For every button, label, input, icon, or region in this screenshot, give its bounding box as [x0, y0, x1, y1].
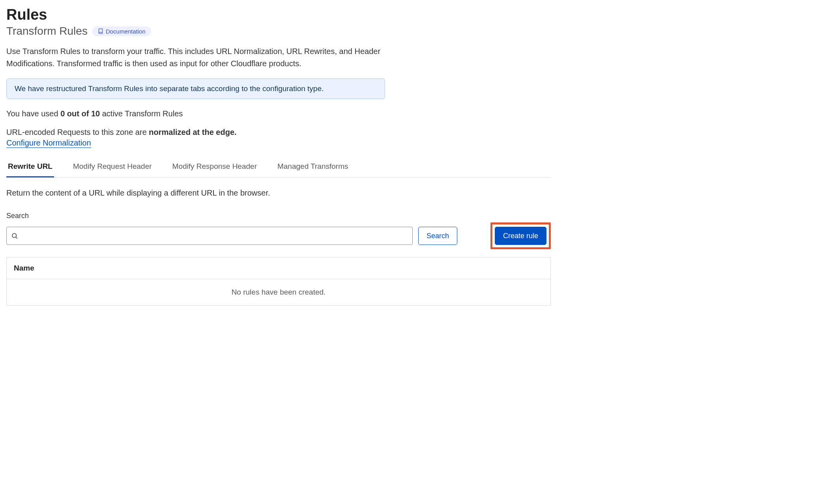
page-description: Use Transform Rules to transform your tr…: [6, 45, 385, 70]
tabs: Rewrite URL Modify Request Header Modify…: [6, 158, 551, 177]
page-title: Rules: [6, 6, 551, 23]
tab-description: Return the content of a URL while displa…: [6, 189, 551, 198]
table-header-name: Name: [7, 258, 551, 279]
svg-line-1: [16, 237, 17, 238]
svg-point-0: [12, 233, 17, 238]
search-button[interactable]: Search: [418, 227, 457, 245]
tab-modify-request-header[interactable]: Modify Request Header: [71, 158, 153, 177]
configure-normalization-link[interactable]: Configure Normalization: [6, 138, 91, 148]
book-icon: [98, 28, 103, 34]
table-empty-row: No rules have been created.: [7, 279, 551, 306]
usage-suffix: active Transform Rules: [100, 109, 183, 118]
page-subtitle: Transform Rules: [6, 25, 88, 37]
search-input[interactable]: [6, 227, 413, 245]
normalization-block: URL-encoded Requests to this zone are no…: [6, 128, 385, 148]
search-label: Search: [6, 212, 551, 220]
table-empty-message: No rules have been created.: [7, 279, 551, 306]
usage-text: You have used 0 out of 10 active Transfo…: [6, 109, 551, 118]
search-row: Search Create rule: [6, 222, 551, 249]
tab-modify-response-header[interactable]: Modify Response Header: [171, 158, 258, 177]
documentation-badge[interactable]: Documentation: [92, 26, 151, 36]
table-header-row: Name: [7, 258, 551, 279]
info-banner: We have restructured Transform Rules int…: [6, 78, 385, 99]
create-rule-highlight: Create rule: [490, 222, 551, 249]
usage-prefix: You have used: [6, 109, 60, 118]
subtitle-row: Transform Rules Documentation: [6, 25, 551, 37]
search-input-wrap: [6, 227, 413, 245]
documentation-label: Documentation: [106, 28, 146, 35]
normalization-prefix: URL-encoded Requests to this zone are: [6, 128, 149, 136]
usage-count: 0 out of 10: [60, 109, 100, 118]
search-icon: [11, 232, 18, 239]
rules-table: Name No rules have been created.: [6, 257, 551, 306]
normalization-status: normalized at the edge.: [149, 128, 236, 136]
create-rule-button[interactable]: Create rule: [495, 227, 546, 245]
tab-managed-transforms[interactable]: Managed Transforms: [276, 158, 350, 177]
tab-rewrite-url[interactable]: Rewrite URL: [6, 158, 54, 177]
